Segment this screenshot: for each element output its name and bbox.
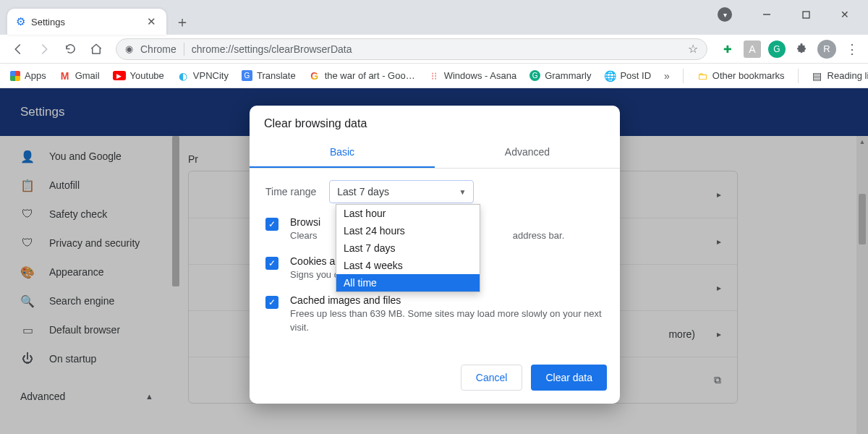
item-desc: Frees up less than 639 MB. Some sites ma…	[290, 307, 604, 333]
other-bookmarks[interactable]: 🗀Other bookmarks	[697, 70, 785, 82]
tab-strip: ⚙ Settings ✕ ＋ ▾ ✕	[0, 0, 868, 35]
nav-forward-button	[33, 38, 55, 60]
bookmark-war-of-art[interactable]: Gthe war of art - Goo…	[309, 70, 415, 82]
item-title: Browsi	[290, 216, 320, 228]
tab-advanced[interactable]: Advanced	[435, 137, 620, 168]
browser-tab-title: Settings	[31, 17, 65, 27]
translate-icon: G	[242, 70, 252, 81]
dialog-title: Clear browsing data	[250, 106, 620, 137]
window-minimize-button[interactable]	[755, 4, 778, 25]
reading-list[interactable]: ▤Reading list	[812, 70, 868, 82]
extensions-puzzle-icon[interactable]	[793, 41, 810, 58]
checkbox-cached[interactable]: ✓ Cached images and files Frees up less …	[265, 294, 604, 333]
svg-rect-1	[803, 12, 809, 18]
time-range-row: Time range Last 7 days ▼ Last hour Last …	[265, 180, 604, 203]
dialog-footer: Cancel Clear data	[250, 354, 620, 404]
tab-basic[interactable]: Basic	[250, 137, 435, 168]
gear-icon: ⚙	[16, 15, 25, 28]
chevron-down-icon: ▼	[459, 188, 466, 196]
cancel-button[interactable]: Cancel	[461, 365, 523, 391]
incognito-or-account-disc-icon[interactable]: ▾	[718, 7, 732, 22]
clear-data-button[interactable]: Clear data	[531, 365, 607, 391]
option-last-4-weeks[interactable]: Last 4 weeks	[336, 257, 480, 274]
clear-browsing-data-dialog: Clear browsing data Basic Advanced Time …	[250, 106, 620, 404]
reading-list-icon: ▤	[812, 70, 823, 82]
chrome-menu-button[interactable]: ⋮	[843, 41, 861, 57]
option-last-hour[interactable]: Last hour	[336, 205, 480, 222]
option-last-7-days[interactable]: Last 7 days	[336, 239, 480, 257]
window-caption: ▾ ✕	[718, 0, 865, 29]
google-g-icon: G	[309, 70, 320, 82]
close-tab-icon[interactable]: ✕	[147, 15, 156, 28]
bookmarks-separator-2	[798, 69, 799, 83]
time-range-value: Last 7 days	[337, 186, 389, 197]
bookmark-grammarly[interactable]: GGrammarly	[529, 70, 591, 81]
browser-tab-settings[interactable]: ⚙ Settings ✕	[7, 9, 166, 35]
globe-icon: 🌐	[604, 70, 616, 82]
item-title: Cached images and files	[290, 294, 604, 306]
profile-avatar[interactable]: R	[817, 40, 836, 59]
time-range-label: Time range	[265, 186, 316, 197]
option-last-24-hours[interactable]: Last 24 hours	[336, 222, 480, 239]
bookmarks-separator	[683, 69, 684, 83]
address-bar[interactable]: ◉ Chrome chrome://settings/clearBrowserD…	[116, 38, 707, 60]
bookmark-youtube[interactable]: ▶Youtube	[113, 70, 164, 81]
site-info-icon[interactable]: ◉	[125, 43, 133, 54]
window-maximize-button[interactable]	[794, 4, 817, 25]
address-url: chrome://settings/clearBrowserData	[192, 43, 352, 55]
window-close-button[interactable]: ✕	[833, 4, 856, 25]
bookmark-gmail[interactable]: MGmail	[59, 70, 100, 82]
bookmark-asana[interactable]: ⁝⁝Windows - Asana	[428, 70, 516, 82]
checkbox-icon-checked[interactable]: ✓	[265, 218, 278, 231]
nav-reload-button[interactable]	[59, 38, 81, 60]
grammarly-icon: G	[529, 70, 540, 81]
browser-toolbar: ◉ Chrome chrome://settings/clearBrowserD…	[0, 35, 868, 64]
nav-home-button[interactable]	[85, 38, 107, 60]
extension-icon-2[interactable]: A	[744, 41, 761, 58]
extension-icons: ✚ A G R ⋮	[716, 40, 861, 59]
checkbox-icon-checked[interactable]: ✓	[265, 296, 278, 309]
time-range-dropdown: Last hour Last 24 hours Last 7 days Last…	[336, 204, 480, 292]
checkbox-icon-checked[interactable]: ✓	[265, 257, 278, 270]
gmail-icon: M	[59, 70, 71, 82]
bookmarks-overflow-icon[interactable]: »	[664, 70, 670, 82]
folder-icon: 🗀	[697, 70, 708, 82]
bookmark-star-icon[interactable]: ☆	[688, 42, 698, 56]
bookmark-postid[interactable]: 🌐Post ID	[604, 70, 651, 82]
option-all-time[interactable]: All time	[336, 274, 480, 292]
bookmark-translate[interactable]: GTranslate	[242, 70, 296, 81]
address-separator	[184, 43, 184, 56]
new-tab-button[interactable]: ＋	[171, 10, 194, 33]
extension-icon-1[interactable]: ✚	[719, 41, 736, 58]
address-prefix: Chrome	[140, 43, 176, 55]
bookmarks-bar: Apps MGmail ▶Youtube ◐VPNCity GTranslate…	[0, 64, 868, 88]
nav-back-button[interactable]	[7, 38, 29, 60]
grammarly-extension-icon[interactable]: G	[768, 41, 786, 58]
youtube-icon: ▶	[113, 71, 126, 80]
bookmark-vpncity[interactable]: ◐VPNCity	[177, 70, 229, 82]
time-range-select[interactable]: Last 7 days ▼	[329, 180, 474, 203]
bookmark-apps[interactable]: Apps	[10, 70, 46, 81]
asana-icon: ⁝⁝	[428, 70, 440, 82]
vpncity-icon: ◐	[177, 70, 189, 82]
apps-grid-icon	[10, 71, 20, 81]
dialog-tabs: Basic Advanced	[250, 137, 620, 169]
